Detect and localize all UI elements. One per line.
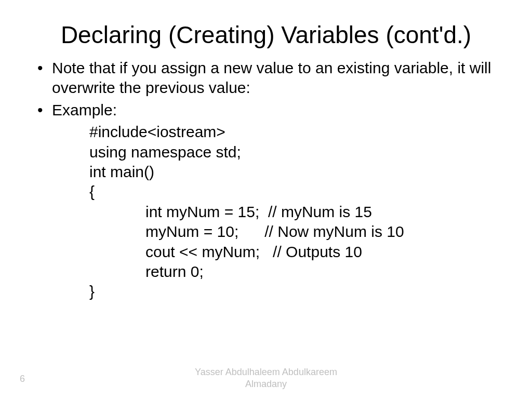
author-line: Yasser Abdulhaleem Abdulkareem bbox=[0, 366, 532, 378]
author-line: Almadany bbox=[0, 378, 532, 390]
code-line: } bbox=[31, 282, 501, 301]
code-line: cout << myNum; // Outputs 10 bbox=[31, 242, 501, 262]
bullet-item: Example: bbox=[52, 100, 501, 120]
slide: Declaring (Creating) Variables (cont'd.)… bbox=[0, 0, 532, 399]
code-line: int main() bbox=[31, 162, 501, 182]
code-line: using namespace std; bbox=[31, 142, 501, 162]
page-title: Declaring (Creating) Variables (cont'd.) bbox=[31, 21, 501, 49]
code-line: return 0; bbox=[31, 262, 501, 282]
author-footer: Yasser Abdulhaleem Abdulkareem Almadany bbox=[0, 366, 532, 390]
code-line: int myNum = 15; // myNum is 15 bbox=[31, 202, 501, 222]
code-line: myNum = 10; // Now myNum is 10 bbox=[31, 222, 501, 242]
code-line: { bbox=[31, 182, 501, 202]
bullet-item: Note that if you assign a new value to a… bbox=[52, 58, 501, 98]
code-line: #include<iostream> bbox=[31, 122, 501, 142]
slide-body: Note that if you assign a new value to a… bbox=[31, 58, 501, 302]
bullet-list: Note that if you assign a new value to a… bbox=[31, 58, 501, 120]
